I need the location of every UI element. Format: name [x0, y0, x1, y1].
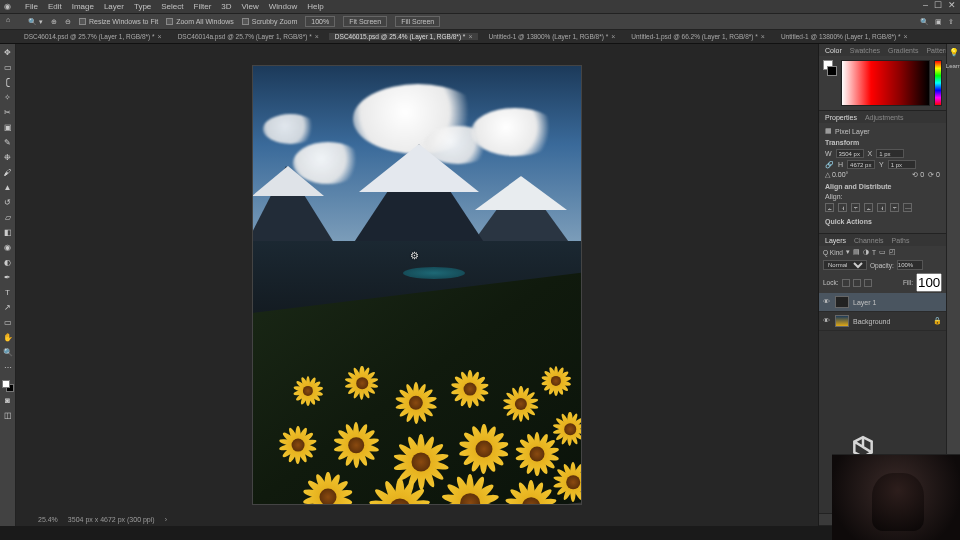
screenmode-tool[interactable]: ◫	[1, 409, 14, 422]
menu-window[interactable]: Window	[269, 2, 297, 11]
share-icon[interactable]: ⇪	[948, 18, 954, 26]
visibility-icon[interactable]: 👁	[823, 298, 831, 306]
menu-3d[interactable]: 3D	[221, 2, 231, 11]
layer-row[interactable]: 👁 Layer 1	[819, 293, 946, 312]
crop-tool[interactable]: ✂	[1, 106, 14, 119]
home-icon[interactable]: ⌂	[6, 16, 20, 28]
dodge-tool[interactable]: ◐	[1, 256, 14, 269]
close-icon[interactable]: ×	[761, 33, 765, 40]
doc-info[interactable]: 3504 px x 4672 px (300 ppi)	[68, 516, 155, 523]
shape-tool[interactable]: ▭	[1, 316, 14, 329]
zoom-in-icon[interactable]: ⊕	[51, 18, 57, 26]
color-swatch[interactable]	[2, 380, 14, 392]
history-brush-tool[interactable]: ↺	[1, 196, 14, 209]
type-tool[interactable]: T	[1, 286, 14, 299]
frame-tool[interactable]: ▣	[1, 121, 14, 134]
blur-tool[interactable]: ◉	[1, 241, 14, 254]
tab-paths[interactable]: Paths	[892, 237, 910, 244]
doc-tab-4[interactable]: Untitled-1.psd @ 66.2% (Layer 1, RGB/8*)…	[625, 33, 771, 40]
lightbulb-icon[interactable]: 💡	[949, 48, 959, 57]
zoom-all-checkbox[interactable]: Zoom All Windows	[166, 18, 234, 25]
color-ramp[interactable]	[841, 60, 930, 106]
eyedropper-tool[interactable]: ✎	[1, 136, 14, 149]
fill-screen-button[interactable]: Fill Screen	[395, 16, 440, 27]
path-tool[interactable]: ↗	[1, 301, 14, 314]
x-field[interactable]	[876, 149, 904, 158]
canvas-area[interactable]: ⚙ 25.4% 3504 px x 4672 px (300 ppi) ›	[16, 44, 818, 526]
layer-name[interactable]: Layer 1	[853, 299, 876, 306]
lock-position-icon[interactable]	[853, 279, 861, 287]
close-icon[interactable]: ×	[158, 33, 162, 40]
menu-edit[interactable]: Edit	[48, 2, 62, 11]
color-panel[interactable]	[819, 56, 946, 110]
move-tool[interactable]: ✥	[1, 46, 14, 59]
doc-tab-5[interactable]: Untitled-1 @ 13800% (Layer 1, RGB/8*) *×	[775, 33, 914, 40]
layer-name[interactable]: Background	[853, 318, 890, 325]
align-buttons[interactable]: ⫠⫞⫟⫠⫞⫟⋯	[825, 203, 940, 212]
tab-channels[interactable]: Channels	[854, 237, 884, 244]
close-icon[interactable]: ×	[315, 33, 319, 40]
menu-help[interactable]: Help	[307, 2, 323, 11]
lasso-tool[interactable]: ʗ	[1, 76, 14, 89]
healing-tool[interactable]: ❉	[1, 151, 14, 164]
filter-icon[interactable]: ▾	[846, 248, 850, 256]
width-field[interactable]	[836, 149, 864, 158]
chevron-right-icon[interactable]: ›	[165, 516, 167, 523]
gradient-tool[interactable]: ◧	[1, 226, 14, 239]
lock-pixels-icon[interactable]	[842, 279, 850, 287]
marquee-tool[interactable]: ▭	[1, 61, 14, 74]
filter-smart-icon[interactable]: ◰	[889, 248, 896, 256]
fit-screen-button[interactable]: Fit Screen	[343, 16, 387, 27]
menu-file[interactable]: File	[25, 2, 38, 11]
tab-properties[interactable]: Properties	[825, 114, 857, 121]
filter-type-icon[interactable]: T	[872, 249, 876, 256]
visibility-icon[interactable]: 👁	[823, 317, 831, 325]
close-icon[interactable]: ×	[904, 33, 908, 40]
eraser-tool[interactable]: ▱	[1, 211, 14, 224]
workspace-icon[interactable]: ▣	[935, 18, 942, 26]
tab-layers[interactable]: Layers	[825, 237, 846, 244]
zoom-out-icon[interactable]: ⊖	[65, 18, 71, 26]
layer-thumb[interactable]	[835, 296, 849, 308]
zoom-100-button[interactable]: 100%	[305, 16, 335, 27]
filter-pixel-icon[interactable]: ▤	[853, 248, 860, 256]
height-field[interactable]	[847, 160, 875, 169]
menu-view[interactable]: View	[242, 2, 259, 11]
menu-layer[interactable]: Layer	[104, 2, 124, 11]
lock-all-icon[interactable]	[864, 279, 872, 287]
magic-wand-tool[interactable]: ✧	[1, 91, 14, 104]
doc-tab-0[interactable]: DSC46014.psd @ 25.7% (Layer 1, RGB/8*) *…	[18, 33, 168, 40]
quickmask-tool[interactable]: ◙	[1, 394, 14, 407]
minimize-button[interactable]: –	[923, 0, 928, 10]
close-icon[interactable]: ×	[468, 33, 472, 40]
resize-windows-checkbox[interactable]: Resize Windows to Fit	[79, 18, 158, 25]
menu-filter[interactable]: Filter	[194, 2, 212, 11]
y-field[interactable]	[888, 160, 916, 169]
search-icon[interactable]: 🔍	[920, 18, 929, 26]
brush-tool[interactable]: 🖌	[1, 166, 14, 179]
filter-shape-icon[interactable]: ▭	[879, 248, 886, 256]
hand-tool[interactable]: ✋	[1, 331, 14, 344]
scrubby-zoom-checkbox[interactable]: Scrubby Zoom	[242, 18, 298, 25]
fill-field[interactable]	[916, 273, 942, 292]
link-icon[interactable]: 🔗	[825, 161, 834, 169]
close-icon[interactable]: ×	[611, 33, 615, 40]
learn-label[interactable]: Learn	[946, 63, 960, 69]
maximize-button[interactable]: ☐	[934, 0, 942, 10]
menu-image[interactable]: Image	[72, 2, 94, 11]
tab-swatches[interactable]: Swatches	[850, 47, 880, 54]
zoom-level[interactable]: 25.4%	[38, 516, 58, 523]
edit-toolbar[interactable]: ⋯	[1, 361, 14, 374]
filter-adj-icon[interactable]: ◑	[863, 248, 869, 256]
menu-select[interactable]: Select	[161, 2, 183, 11]
layer-row[interactable]: 👁 Background 🔒	[819, 312, 946, 331]
opacity-field[interactable]	[897, 260, 923, 270]
layer-thumb[interactable]	[835, 315, 849, 327]
doc-tab-1[interactable]: DSC46014a.psd @ 25.7% (Layer 1, RGB/8*) …	[172, 33, 325, 40]
hue-strip[interactable]	[934, 60, 942, 106]
close-button[interactable]: ✕	[948, 0, 956, 10]
zoom-tool[interactable]: 🔍	[1, 346, 14, 359]
stamp-tool[interactable]: ▲	[1, 181, 14, 194]
tab-adjustments[interactable]: Adjustments	[865, 114, 904, 121]
pen-tool[interactable]: ✒	[1, 271, 14, 284]
